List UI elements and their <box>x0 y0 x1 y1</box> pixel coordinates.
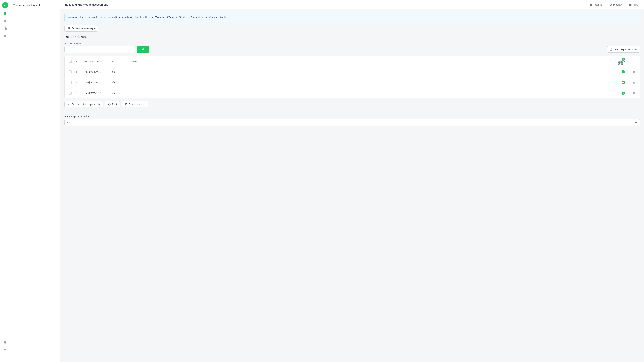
row-2-delete[interactable] <box>630 78 638 87</box>
th-select-all[interactable] <box>66 58 75 64</box>
attempts-select[interactable]: 1 2 3 4 5 Unlimited <box>64 119 640 126</box>
divider <box>625 3 626 6</box>
action-row: Save selected respondents Print Delete s… <box>64 101 640 108</box>
table-row: 3 tpgzMMMVLPYu n/a <box>64 88 640 98</box>
message-icon <box>68 27 70 30</box>
row-3-number: 3 <box>75 89 83 97</box>
svg-rect-2 <box>4 14 5 15</box>
nav-icon-analytics[interactable] <box>2 26 8 32</box>
row-3-email-cell <box>130 88 616 98</box>
select-all-checkbox[interactable] <box>69 60 72 63</box>
page-body: You can distribute access codes yourself… <box>60 10 644 362</box>
customize-message-button[interactable]: Customize a message <box>64 25 98 32</box>
info-banner: You can distribute access codes yourself… <box>64 13 640 22</box>
add-row: Add Load respondents' list <box>64 46 640 53</box>
print-icon <box>629 3 632 6</box>
row-2-access-code: Q29jAcspbr72 <box>83 79 110 86</box>
th-email: EMAIL: <box>130 58 616 64</box>
print-button[interactable]: Print <box>627 2 640 8</box>
row-1-delete[interactable] <box>630 67 638 77</box>
row-3-delete-icon[interactable] <box>632 91 636 96</box>
row-2-checkbox-cell[interactable] <box>66 79 75 86</box>
row-2-send-code-checkbox[interactable] <box>622 81 624 84</box>
svg-rect-4 <box>4 28 4 30</box>
svg-rect-7 <box>6 28 7 30</box>
svg-rect-1 <box>5 12 6 14</box>
print-icon <box>108 103 111 106</box>
row-2-email-input[interactable] <box>132 80 615 85</box>
nav-icon-settings[interactable] <box>2 33 8 39</box>
th-send-code: SEND A CODE <box>616 56 630 66</box>
save-icon <box>68 103 70 106</box>
row-3-delete[interactable] <box>630 88 638 98</box>
respondents-section: Respondents Add respondents Add Load res… <box>60 35 644 115</box>
row-1-email-cell <box>130 67 616 77</box>
row-1-email-input[interactable] <box>132 69 615 75</box>
load-icon <box>610 48 613 51</box>
left-panel-header[interactable]: Test progress & results <box>10 0 60 10</box>
th-access-code: ACCESS CODE <box>83 58 110 64</box>
info-icon <box>590 3 592 6</box>
row-1-number: 1 <box>75 68 83 76</box>
top-bar: Skills and knowledge assessment Test inf… <box>60 0 644 10</box>
top-bar-actions: Test info Preview Print <box>587 2 640 8</box>
svg-rect-3 <box>5 14 6 15</box>
print-selected-button[interactable]: Print <box>105 101 120 108</box>
add-respondents-input[interactable] <box>64 46 135 53</box>
svg-rect-5 <box>4 28 5 30</box>
attempts-section: Attempts per respondent 1 2 3 4 5 Unlimi… <box>60 115 644 130</box>
nav-icon-back[interactable] <box>2 346 8 352</box>
row-1-delete-icon[interactable] <box>632 70 636 74</box>
send-code-all-checkbox[interactable] <box>622 58 624 60</box>
attempts-label: Attempts per respondent <box>64 115 640 118</box>
th-set: SET <box>110 58 130 64</box>
info-banner-text: You can distribute access codes yourself… <box>68 16 228 18</box>
row-2-number: 2 <box>75 79 83 86</box>
row-3-set: n/a <box>110 89 130 97</box>
th-number: # <box>75 58 83 64</box>
respondents-title: Respondents <box>64 35 640 39</box>
divider <box>606 3 606 6</box>
row-3-checkbox[interactable] <box>69 92 72 94</box>
svg-rect-0 <box>4 12 5 14</box>
row-2-email-cell <box>130 77 616 88</box>
delete-selected-button[interactable]: Delete selected <box>122 101 148 108</box>
add-button[interactable]: Add <box>136 46 149 53</box>
row-1-access-code: AhPbzfepwvDL <box>83 68 110 76</box>
row-2-set: n/a <box>110 79 130 86</box>
row-2-delete-icon[interactable] <box>632 80 636 85</box>
main-content: Skills and knowledge assessment Test inf… <box>60 0 644 362</box>
table-row: 1 AhPbzfepwvDL n/a <box>64 67 640 77</box>
delete-icon <box>125 103 128 106</box>
row-3-send-code-checkbox[interactable] <box>622 92 624 94</box>
nav-icon-users[interactable] <box>2 18 8 24</box>
save-selected-button[interactable]: Save selected respondents <box>64 101 103 108</box>
row-1-checkbox[interactable] <box>69 70 72 74</box>
row-1-set: n/a <box>110 68 130 76</box>
row-2-checkbox[interactable] <box>69 81 72 84</box>
row-3-access-code: tpgzMMMVLPYu <box>83 89 110 97</box>
row-1-checkbox-cell[interactable] <box>66 68 75 76</box>
row-3-checkbox-cell[interactable] <box>66 89 75 97</box>
svg-rect-6 <box>5 27 6 30</box>
logo-icon[interactable] <box>2 2 8 8</box>
row-3-send-code[interactable] <box>616 89 630 97</box>
preview-button[interactable]: Preview <box>607 2 624 8</box>
test-info-button[interactable]: Test info <box>587 2 604 8</box>
table-row: 2 Q29jAcspbr72 n/a <box>64 77 640 88</box>
nav-icon-expand[interactable] <box>2 354 8 360</box>
add-label: Add respondents <box>64 42 640 44</box>
row-2-send-code[interactable] <box>616 79 630 86</box>
chevron-down-icon <box>54 3 57 6</box>
row-1-send-code-checkbox[interactable] <box>622 70 624 74</box>
nav-icon-help[interactable] <box>2 339 8 345</box>
nav-icon-grid[interactable] <box>2 11 8 17</box>
page-title: Skills and knowledge assessment <box>64 3 108 6</box>
row-3-email-input[interactable] <box>132 90 615 96</box>
load-respondents-button[interactable]: Load respondents' list <box>607 46 640 53</box>
preview-icon <box>610 3 612 6</box>
respondents-table: # ACCESS CODE SET EMAIL: SEND A CODE <box>64 56 640 98</box>
th-actions <box>630 60 638 63</box>
attempts-select-wrapper: 1 2 3 4 5 Unlimited <box>64 119 640 126</box>
row-1-send-code[interactable] <box>616 68 630 76</box>
